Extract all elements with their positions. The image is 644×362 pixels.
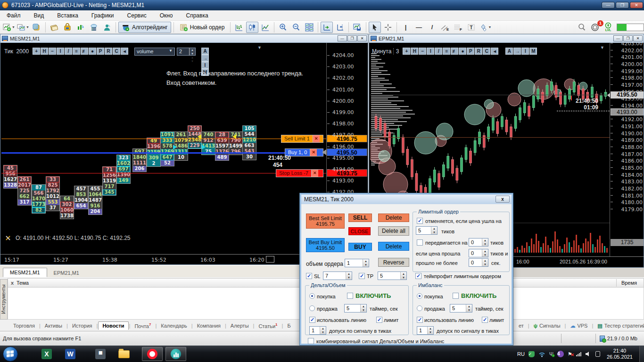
toolbox-close-icon[interactable]: х	[8, 280, 17, 286]
right-price-axis[interactable]: 4203.004202.004201.004200.004199.004198.…	[610, 43, 644, 256]
chevron-down-icon[interactable]: ▼	[257, 45, 262, 50]
vps-button[interactable]	[88, 22, 100, 33]
chart-close-button[interactable]: ✕	[357, 35, 367, 41]
imbalance-buy-radio[interactable]	[417, 293, 422, 299]
notifications-icon[interactable]: 1	[589, 22, 601, 33]
sell-button[interactable]: SELL	[348, 214, 372, 222]
tools-icon[interactable]	[4, 235, 12, 241]
antivirus-tray-icon[interactable]: 4	[557, 351, 564, 357]
tile-windows-button[interactable]	[303, 22, 315, 33]
toolbox-tab[interactable]: Б	[283, 322, 294, 329]
tp-checkbox[interactable]: ✓	[359, 273, 365, 279]
chart-control-button[interactable]: /	[65, 48, 72, 55]
column-theme[interactable]: Тема	[17, 280, 29, 286]
delta-tolerance-spinner[interactable]: 1▲▼	[309, 326, 326, 335]
accounts-button[interactable]: $	[31, 22, 43, 33]
delta-enable-checkbox[interactable]	[347, 293, 353, 299]
equidistant-channel-button[interactable]: E	[439, 22, 451, 33]
language-indicator[interactable]: RU	[517, 351, 525, 357]
bar-chart-button[interactable]	[233, 22, 245, 33]
vertical-line-button[interactable]: |	[399, 22, 412, 33]
toolbox-tab[interactable]: Статьи1	[255, 321, 281, 330]
chart-control-button[interactable]: I	[57, 48, 64, 55]
security-tray-icon[interactable]: ✓	[528, 351, 535, 357]
dialog-close-button[interactable]: x	[495, 196, 510, 203]
order-close-icon[interactable]: ✕	[310, 149, 317, 156]
imbalance-tolerance-spinner[interactable]: 1▲▼	[417, 326, 434, 335]
toolbox-tab[interactable]: ☁VPS	[566, 322, 591, 330]
templates-button[interactable]	[351, 22, 363, 33]
imbalance-timer-spinner[interactable]: 5▲▼	[450, 304, 472, 313]
order-close-icon[interactable]: ✕	[313, 135, 320, 142]
chart-control-button[interactable]: ◂	[121, 48, 128, 55]
chart-control-button[interactable]: R	[105, 48, 112, 55]
community-button[interactable]	[101, 22, 113, 33]
time-axis-checkbox[interactable]	[266, 256, 274, 263]
delta-use-line-checkbox[interactable]: ✓	[309, 317, 315, 323]
delta-timer-spinner[interactable]: 5▲▼	[344, 304, 367, 313]
delta-limit-checkbox[interactable]: ✓	[376, 317, 382, 323]
chart-tab[interactable]: MESM21,M1	[3, 268, 47, 277]
shapes-button[interactable]: ▼	[479, 22, 492, 33]
imbalance-enable-checkbox[interactable]	[453, 293, 459, 299]
crosshair-button[interactable]	[382, 22, 394, 33]
volume-select[interactable]: volume▼	[134, 48, 175, 56]
volume-tray-icon[interactable]	[585, 351, 592, 357]
chart-tab[interactable]: EPM21,M1	[47, 269, 86, 277]
delete-buy-button[interactable]: Delete	[378, 242, 409, 251]
lvl-icon[interactable]: LVL	[602, 22, 614, 33]
chart-minimize-button[interactable]: —	[613, 35, 623, 41]
column-time[interactable]: Время	[616, 279, 644, 287]
chart-close-button[interactable]: ✕	[633, 35, 643, 41]
taskbar-opera-icon[interactable]	[142, 347, 163, 361]
new-chart-button[interactable]: ▼	[2, 22, 16, 33]
chart-control-button[interactable]: −	[49, 48, 56, 55]
toolbox-tab[interactable]: Торговля	[9, 322, 39, 329]
sl-checkbox[interactable]: ✓	[306, 273, 312, 279]
show-desktop-button[interactable]	[639, 346, 644, 362]
toolbox-tab[interactable]: Новости	[98, 321, 128, 330]
taskbar-calculator-icon[interactable]: ▦	[90, 347, 111, 361]
text-button[interactable]: T	[465, 22, 478, 33]
cursor-button[interactable]	[369, 22, 381, 33]
close-button[interactable]: ✕	[630, 2, 643, 8]
trendline-button[interactable]: /	[426, 22, 438, 33]
usb-tray-icon[interactable]: Ψ	[549, 351, 553, 357]
signals-button[interactable]	[74, 22, 87, 33]
chart-control-button[interactable]: I	[201, 62, 209, 69]
new-order-button[interactable]: Новый ордер	[176, 22, 228, 33]
elapsed-spinner[interactable]: 0▲▼	[469, 258, 488, 267]
imbalance-sell-radio[interactable]	[417, 305, 422, 311]
taskbar-folder-icon[interactable]	[114, 347, 134, 361]
taskbar-clock[interactable]: 21:40 26.05.2021	[607, 348, 633, 360]
chart-control-button[interactable]: H	[41, 48, 48, 55]
delta-buy-radio[interactable]	[309, 293, 315, 299]
menu-item[interactable]: Графики	[85, 11, 121, 20]
market-button[interactable]	[61, 22, 74, 33]
order-line[interactable]	[1, 152, 326, 154]
minimize-button[interactable]: —	[602, 2, 615, 8]
delta-sell-radio[interactable]	[309, 305, 315, 311]
close-position-button[interactable]: CLOSE	[348, 227, 371, 235]
chart-control-button[interactable]: C	[113, 48, 120, 55]
chart-shift-button[interactable]	[334, 22, 346, 33]
combined-signal-checkbox[interactable]	[308, 338, 314, 344]
toolbox-tab[interactable]: ▤Тестер стратегий	[594, 322, 644, 330]
chart-restore-button[interactable]: ❐	[623, 35, 633, 41]
order-label[interactable]: Sell Limit 1✕	[281, 135, 323, 143]
signal-tray-icon[interactable]	[576, 352, 581, 356]
history-center-button[interactable]	[48, 22, 60, 33]
menu-item[interactable]: Вставка	[50, 11, 85, 20]
network-tray-icon[interactable]	[538, 351, 545, 357]
best-sell-limit-button[interactable]: Best Sell Limit4195.75	[306, 214, 345, 229]
chart-control-button[interactable]: P	[97, 48, 104, 55]
horizontal-line-button[interactable]: —	[413, 22, 425, 33]
order-line[interactable]	[1, 139, 326, 139]
toolbox-tab[interactable]: Алерты	[227, 322, 253, 329]
device-tray-icon[interactable]	[595, 351, 600, 357]
menu-item[interactable]: Окно	[153, 11, 180, 20]
left-chart-titlebar[interactable]: MESM21,M1 — ❐ ✕	[0, 34, 368, 43]
delete-all-button[interactable]: Delete all	[378, 226, 409, 236]
search-icon[interactable]	[576, 22, 588, 33]
taskbar-excel-icon[interactable]: X	[36, 347, 57, 361]
